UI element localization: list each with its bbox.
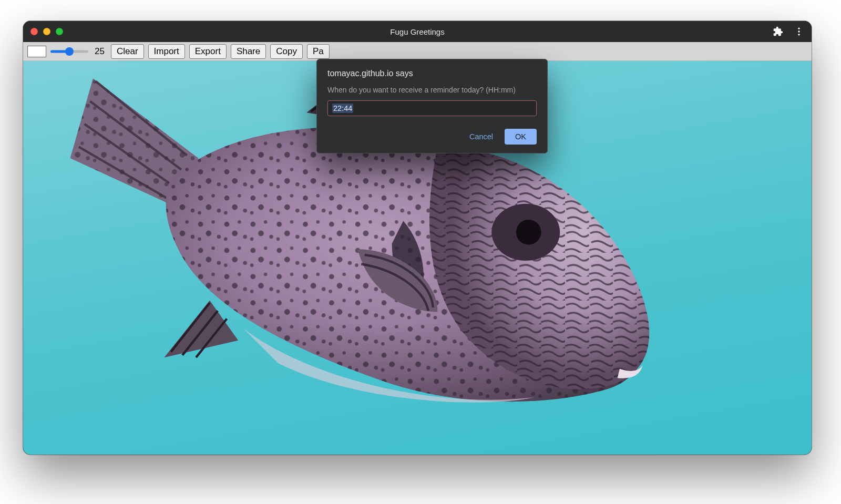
ok-button[interactable]: OK xyxy=(505,129,537,145)
svg-point-1 xyxy=(798,30,799,32)
slider-thumb[interactable] xyxy=(65,47,74,56)
svg-point-11 xyxy=(516,220,541,245)
window-controls xyxy=(30,28,63,35)
svg-point-10 xyxy=(491,204,560,261)
js-prompt-dialog: tomayac.github.io says When do you want … xyxy=(316,59,548,153)
brush-size-slider[interactable] xyxy=(50,47,88,56)
brush-size-value: 25 xyxy=(95,46,105,57)
kebab-menu-icon[interactable] xyxy=(794,26,804,37)
copy-button[interactable]: Copy xyxy=(270,44,303,59)
color-well[interactable] xyxy=(27,46,46,57)
export-button[interactable]: Export xyxy=(189,44,227,59)
share-button[interactable]: Share xyxy=(231,44,266,59)
svg-point-2 xyxy=(798,34,799,35)
window-titlebar: Fugu Greetings xyxy=(23,21,812,42)
cancel-button[interactable]: Cancel xyxy=(469,132,493,141)
prompt-actions: Cancel OK xyxy=(327,129,537,145)
extensions-icon[interactable] xyxy=(773,26,783,37)
minimize-window-button[interactable] xyxy=(43,28,50,35)
import-button[interactable]: Import xyxy=(148,44,185,59)
window-title: Fugu Greetings xyxy=(23,27,812,36)
paste-button[interactable]: Pa xyxy=(307,44,330,59)
prompt-says-suffix: says xyxy=(396,69,413,78)
close-window-button[interactable] xyxy=(30,28,38,35)
svg-point-0 xyxy=(798,28,799,29)
toolbar: 25 Clear Import Export Share Copy Pa xyxy=(23,42,812,61)
prompt-origin-host: tomayac.github.io xyxy=(327,69,393,78)
prompt-origin: tomayac.github.io says xyxy=(327,69,537,78)
clear-button[interactable]: Clear xyxy=(111,44,144,59)
maximize-window-button[interactable] xyxy=(56,28,63,35)
app-window: Fugu Greetings 25 Clear Import Export Sh… xyxy=(23,21,812,455)
prompt-message: When do you want to receive a reminder t… xyxy=(327,86,537,94)
prompt-input[interactable]: 22:44 xyxy=(327,100,537,116)
prompt-input-value: 22:44 xyxy=(332,104,353,113)
